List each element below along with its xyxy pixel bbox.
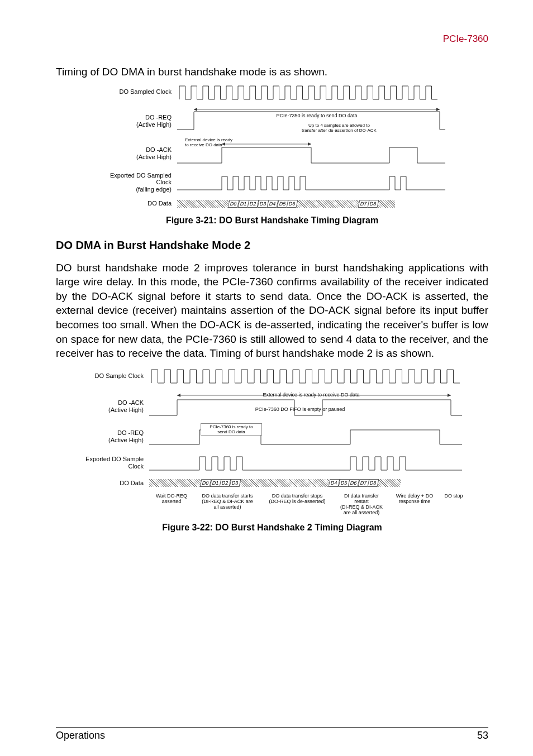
fig2-annot-extready: External device is ready to receive DO d… [244, 392, 378, 398]
data-cell: D8 [368, 200, 379, 208]
fig1-label-do-data: DO Data [93, 200, 177, 207]
fig2-label-do-data: DO Data [77, 480, 149, 487]
figure-3-21-caption: Figure 3-21: DO Burst Handshake Timing D… [56, 216, 488, 226]
fig2-label-exported: Exported DO Sample Clock [77, 456, 149, 470]
fig2-annot-dostop: DO stop [440, 494, 468, 516]
svg-marker-8 [448, 394, 451, 397]
fig1-label-do-req: DO -REQ (Active High) [93, 114, 177, 128]
footer-left: Operations [56, 730, 105, 741]
fig2-label-do-req: DO -REQ (Active High) [77, 429, 149, 443]
svg-marker-5 [308, 142, 311, 146]
fig2-annot-stops: DO data transfer stops (DO-REQ is de-ass… [261, 494, 334, 516]
data-cell: D8 [368, 479, 379, 487]
fig1-annot-ready: PCIe-7350 is ready to send DO data [261, 113, 373, 118]
fig1-label-sampled-clock: DO Sampled Clock [93, 88, 177, 95]
svg-marker-7 [177, 394, 180, 397]
data-cell: D6 [287, 200, 298, 208]
fig2-annot-wiredelay: Wire delay + DO response time [389, 494, 440, 516]
page-header-product: PCIe-7360 [56, 34, 488, 45]
fig1-label-do-ack: DO -ACK (Active High) [93, 146, 177, 160]
fig2-annot-ready: PCIe-7360 is ready to send DO data [201, 423, 262, 436]
fig2-label-do-ack: DO -ACK (Active High) [77, 399, 149, 413]
svg-marker-2 [436, 108, 440, 111]
intro-paragraph: Timing of DO DMA in burst handshake mode… [56, 65, 488, 79]
fig2-annot-restart: DI data transfer restart (DI-REQ & DI-AC… [334, 494, 389, 516]
fig1-annot-allowed: Up to 4 samples are allowed to transfer … [283, 123, 395, 133]
section-heading: DO DMA in Burst Handshake Mode 2 [56, 239, 488, 252]
figure-3-22-caption: Figure 3-22: DO Burst Handshake 2 Timing… [56, 523, 488, 533]
fig2-annot-starts: DO data transfer starts (DI-REQ & DI-ACK… [194, 494, 261, 516]
body-paragraph: DO burst handshake mode 2 improves toler… [56, 261, 488, 361]
svg-marker-1 [194, 108, 197, 111]
fig1-label-exported: Exported DO Sampled Clock (falling edge) [93, 172, 177, 193]
figure-3-21: DO Sampled Clock [56, 83, 488, 209]
figure-3-22: DO Sample Clock DO -ACK (Active High) [56, 366, 488, 516]
footer-right: 53 [477, 730, 488, 741]
fig1-annot-extready: External device is ready to receive DO d… [185, 137, 252, 147]
fig2-annot-wait: Wait DO-REQ asserted [149, 494, 194, 516]
fig2-annot-fifo: PCIe-7360 DO FIFO is empty or paused [233, 406, 367, 412]
data-cell: D3 [229, 479, 240, 487]
fig2-label-sample-clock: DO Sample Clock [77, 372, 149, 380]
